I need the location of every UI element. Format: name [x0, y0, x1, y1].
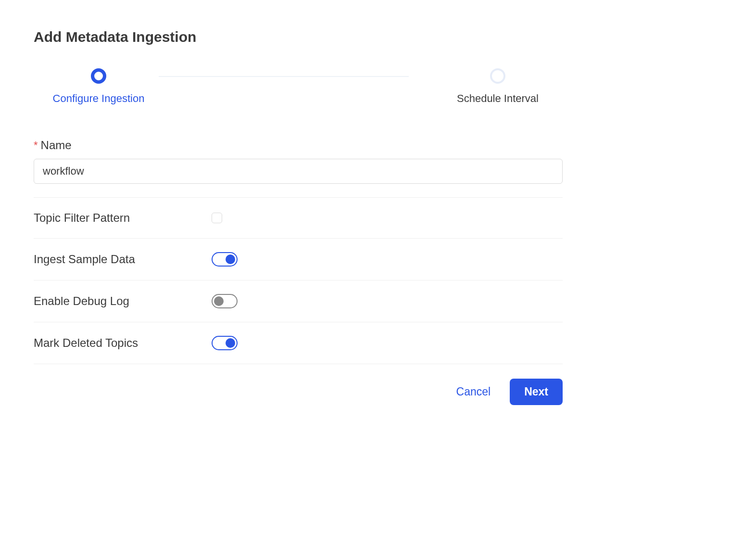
- step-label: Schedule Interval: [457, 92, 539, 105]
- stepper: Configure Ingestion Schedule Interval: [38, 68, 558, 105]
- next-button[interactable]: Next: [510, 379, 563, 405]
- topic-filter-pattern-row: Topic Filter Pattern: [34, 211, 563, 225]
- toggle-knob-icon: [226, 338, 235, 348]
- step-schedule-interval[interactable]: Schedule Interval: [438, 68, 558, 105]
- step-configure-ingestion[interactable]: Configure Ingestion: [38, 68, 159, 105]
- topic-filter-pattern-label: Topic Filter Pattern: [34, 211, 212, 225]
- stepper-connector: [159, 76, 409, 77]
- topic-filter-pattern-checkbox[interactable]: [212, 213, 222, 223]
- button-row: Cancel Next: [34, 379, 563, 405]
- cancel-button[interactable]: Cancel: [456, 385, 491, 398]
- name-input[interactable]: [34, 159, 563, 184]
- toggle-knob-icon: [226, 255, 235, 264]
- divider: [34, 322, 563, 322]
- step-circle-icon: [490, 68, 505, 84]
- mark-deleted-topics-toggle[interactable]: [212, 336, 238, 350]
- divider: [34, 364, 563, 364]
- divider: [34, 280, 563, 280]
- ingest-sample-data-row: Ingest Sample Data: [34, 252, 563, 267]
- ingest-sample-data-toggle[interactable]: [212, 252, 238, 267]
- step-label: Configure Ingestion: [53, 92, 145, 105]
- enable-debug-log-toggle[interactable]: [212, 294, 238, 308]
- divider: [34, 238, 563, 239]
- toggle-knob-icon: [214, 296, 224, 306]
- mark-deleted-topics-row: Mark Deleted Topics: [34, 336, 563, 350]
- divider: [34, 197, 563, 198]
- name-field-group: * Name: [34, 139, 563, 184]
- ingest-sample-data-label: Ingest Sample Data: [34, 253, 212, 266]
- name-label: Name: [41, 139, 72, 152]
- page-title: Add Metadata Ingestion: [34, 29, 563, 45]
- enable-debug-log-label: Enable Debug Log: [34, 294, 212, 308]
- step-circle-icon: [91, 68, 106, 84]
- enable-debug-log-row: Enable Debug Log: [34, 294, 563, 308]
- mark-deleted-topics-label: Mark Deleted Topics: [34, 336, 212, 350]
- required-indicator: *: [34, 139, 38, 152]
